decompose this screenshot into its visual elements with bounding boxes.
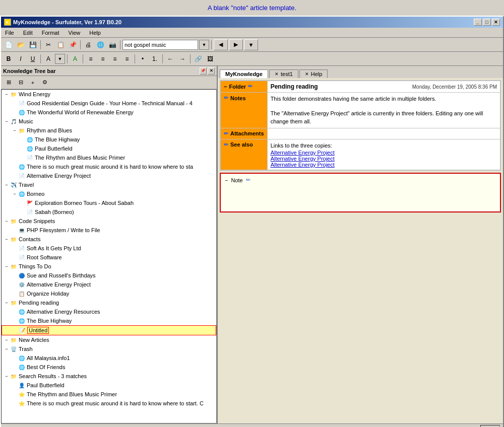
tab-help[interactable]: ✕Help [299, 69, 328, 78]
tree-settings[interactable]: ⚙ [39, 78, 50, 88]
align-right[interactable]: ≡ [109, 53, 120, 64]
tree-item[interactable]: 🌐The Wonderful World of Renewable Energy [2, 108, 216, 117]
tree-item[interactable]: −📁New Articles [2, 335, 216, 344]
tree-item[interactable]: 🌐Alternative Energy Resources [2, 307, 216, 316]
new-button[interactable]: 📄 [3, 39, 14, 50]
web-button[interactable]: 🌐 [95, 39, 106, 50]
tree-expand-all[interactable]: ⊞ [3, 78, 14, 88]
tree-expand-icon[interactable]: − [4, 182, 10, 187]
tree-item[interactable]: −📁Wind Energy [2, 90, 216, 99]
maximize-button[interactable]: □ [483, 19, 491, 26]
tree-item[interactable]: 📄Alternative Energy Project [2, 171, 216, 180]
list-ul[interactable]: • [137, 53, 148, 64]
tree-item[interactable]: −📁Pending reading [2, 298, 216, 307]
tree-item[interactable]: 📋Organize Holiday [2, 289, 216, 298]
underline-button[interactable]: U [27, 53, 38, 64]
tree-item[interactable]: 📄The Rhythm and Blues Music Primer [2, 153, 216, 162]
search-input[interactable] [122, 40, 198, 50]
tree-item[interactable]: 📄Soft As It Gets Pty Ltd [2, 244, 216, 253]
tree-expand-icon[interactable]: − [12, 128, 18, 133]
print-button[interactable]: 🖨 [83, 39, 94, 50]
seealso-edit-icon[interactable]: ✏ [224, 141, 228, 148]
tree-item[interactable]: 🌐The Blue Highway [2, 316, 216, 325]
insert-link[interactable]: 🔗 [193, 53, 204, 64]
tree-item[interactable]: −📁Rhythm and Blues [2, 126, 216, 135]
nav-back-button[interactable]: ◀ [214, 39, 228, 50]
tab-test1[interactable]: ✕test1 [269, 69, 298, 78]
tree-item[interactable]: ⭐The Rhythm and Blues Music Primer [2, 390, 216, 399]
list-ol[interactable]: 1. [149, 53, 160, 64]
tree-item[interactable]: −🗑️Trash [2, 344, 216, 353]
panel-pin[interactable]: 📌 [200, 67, 207, 75]
menu-edit[interactable]: Edit [21, 29, 35, 36]
menu-format[interactable]: Format [40, 29, 61, 36]
tree-expand-icon[interactable]: − [4, 300, 10, 305]
seealso-link-2[interactable]: Alternative Energy Project [271, 162, 497, 168]
font-button[interactable]: A [43, 53, 54, 64]
tree-item[interactable]: −📁Things To Do [2, 262, 216, 271]
tree-expand-icon[interactable]: − [4, 119, 10, 124]
note-collapse-icon[interactable]: − [225, 177, 228, 183]
paste-button[interactable]: 📌 [67, 39, 78, 50]
tree-item[interactable]: 🌐Best Of Friends [2, 363, 216, 372]
nav-forward-button[interactable]: ▶ [229, 39, 243, 50]
tree-expand-icon[interactable]: − [4, 337, 10, 342]
tree-item[interactable]: −🌐Borneo [2, 189, 216, 198]
menu-view[interactable]: View [67, 29, 83, 36]
notes-edit-icon[interactable]: ✏ [224, 95, 228, 101]
open-button[interactable]: 📂 [15, 39, 26, 50]
bold-button[interactable]: B [3, 53, 14, 64]
tree-expand-icon[interactable]: − [4, 264, 10, 269]
tab-close-icon[interactable]: ✕ [305, 72, 309, 77]
tab-myknowledge[interactable]: MyKnowledge [220, 69, 268, 78]
align-center[interactable]: ≡ [97, 53, 108, 64]
tree-expand-icon[interactable]: − [4, 92, 10, 97]
tree-item[interactable]: 🌐The Blue Highway [2, 135, 216, 144]
tree-collapse-all[interactable]: ⊟ [15, 78, 26, 88]
indent-less[interactable]: ← [165, 53, 176, 64]
seealso-link-0[interactable]: Alternative Energy Project [271, 150, 497, 156]
align-justify[interactable]: ≡ [121, 53, 133, 64]
indent-more[interactable]: → [177, 53, 188, 64]
seealso-link-1[interactable]: Alternative Energy Project [271, 156, 497, 162]
folder-collapse-icon[interactable]: − [224, 84, 227, 90]
close-button[interactable]: ✕ [492, 19, 500, 26]
tab-close-icon[interactable]: ✕ [275, 72, 279, 77]
tree-expand-icon[interactable]: − [4, 237, 10, 242]
tree-add[interactable]: + [27, 78, 38, 88]
tree-item[interactable]: ⭐There is so much great music around it … [2, 399, 216, 408]
tree-item[interactable]: 🌐There is so much great music around it … [2, 162, 216, 171]
tree-item[interactable]: 📄Sabah (Borneo) [2, 207, 216, 217]
search-dropdown[interactable]: ▼ [199, 40, 209, 50]
menu-file[interactable]: File [3, 29, 16, 36]
tree-item[interactable]: 📄Root Software [2, 253, 216, 262]
cut-button[interactable]: ✂ [43, 39, 54, 50]
folder-edit-icon[interactable]: ✏ [248, 83, 253, 90]
tree-item[interactable]: 🔵Sue and Russell's Birthdays [2, 271, 216, 280]
tree-expand-icon[interactable]: − [4, 374, 10, 379]
content-area[interactable]: − Folder ✏ Pending reading Monday, Decem… [218, 78, 503, 423]
attachments-edit-icon[interactable]: ✏ [224, 130, 228, 137]
tree-area[interactable]: −📁Wind Energy📄Good Residential Design Gu… [1, 89, 217, 423]
tree-item[interactable]: 📄Good Residential Design Guide - Your Ho… [2, 99, 216, 108]
align-left[interactable]: ≡ [85, 53, 96, 64]
tree-item[interactable]: 👤Paul Butterfield [2, 381, 216, 390]
tree-item[interactable]: 💻PHP Filesystem / Write to File [2, 226, 216, 235]
tree-item[interactable]: 🌐Paul Butterfield [2, 144, 216, 153]
tree-item[interactable]: 🚩Exploration Borneo Tours - About Sabah [2, 198, 216, 207]
tree-item[interactable]: 📝Untitled [2, 325, 216, 335]
tree-expand-icon[interactable]: − [4, 219, 10, 224]
tree-item[interactable]: −🎵Music [2, 117, 216, 126]
tree-item[interactable]: −📁Contacts [2, 235, 216, 244]
save-button[interactable]: 💾 [27, 39, 38, 50]
insert-img[interactable]: 🖼 [205, 53, 216, 64]
copy-button[interactable]: 📋 [55, 39, 66, 50]
panel-close[interactable]: ✕ [208, 67, 215, 75]
tree-expand-icon[interactable]: − [4, 346, 10, 351]
tree-item[interactable]: 🌐All Malaysia.info1 [2, 353, 216, 363]
note-content[interactable] [223, 184, 498, 209]
nav-dropdown[interactable]: ▼ [244, 39, 258, 50]
tree-item[interactable]: ⚙️Alternative Energy Project [2, 280, 216, 289]
color-btn[interactable]: A [70, 53, 81, 64]
tree-item[interactable]: −✈️Travel [2, 180, 216, 189]
